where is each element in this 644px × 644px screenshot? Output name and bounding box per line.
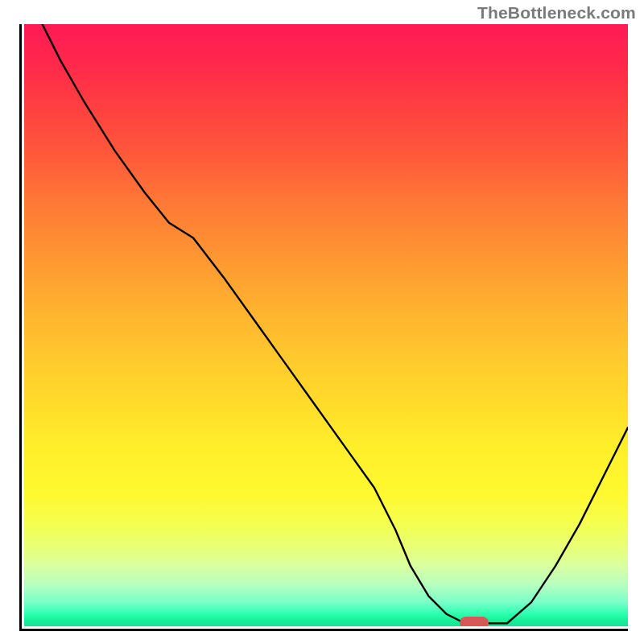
chart-container: TheBottleneck.com: [0, 0, 644, 644]
plot-frame: [19, 24, 628, 631]
attribution-text: TheBottleneck.com: [477, 3, 636, 23]
background-gradient: [24, 24, 628, 626]
optimal-point-marker: [460, 617, 489, 626]
plot-area: [24, 24, 628, 626]
